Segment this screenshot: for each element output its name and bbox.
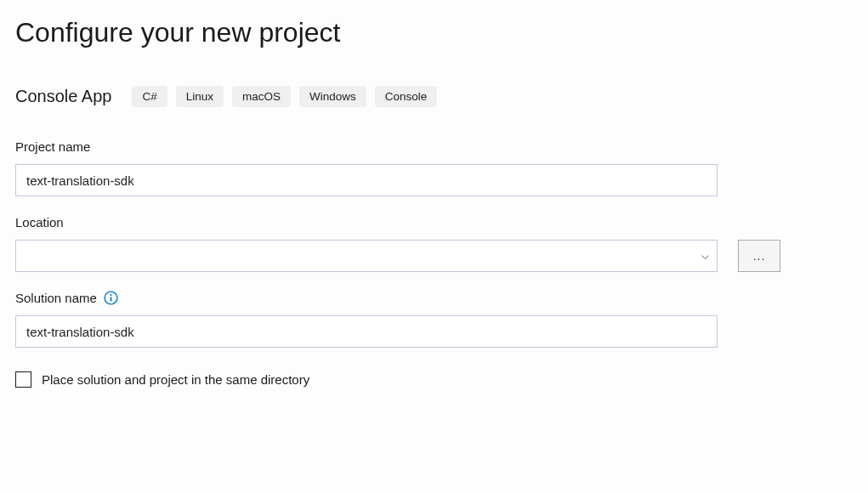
page-title: Configure your new project	[15, 17, 853, 48]
location-combo[interactable]	[15, 240, 718, 272]
template-header: Console App C# Linux macOS Windows Conso…	[15, 86, 853, 107]
location-label: Location	[15, 215, 853, 230]
tag: Console	[375, 86, 438, 107]
project-name-label: Project name	[15, 139, 853, 154]
same-directory-checkbox[interactable]	[15, 371, 31, 388]
solution-name-label-text: Solution name	[15, 291, 97, 305]
location-input[interactable]	[15, 240, 718, 272]
solution-name-input[interactable]	[15, 315, 718, 348]
info-icon[interactable]	[104, 291, 118, 305]
project-name-group: Project name	[15, 139, 853, 196]
solution-name-label: Solution name	[15, 291, 853, 305]
location-group: Location ...	[15, 215, 853, 272]
template-tags: C# Linux macOS Windows Console	[132, 86, 437, 107]
svg-rect-2	[111, 297, 112, 301]
same-directory-row: Place solution and project in the same d…	[15, 371, 853, 388]
tag: C#	[132, 86, 167, 107]
template-name: Console App	[15, 87, 111, 106]
tag: Linux	[176, 86, 224, 107]
browse-button[interactable]: ...	[738, 240, 780, 272]
same-directory-label: Place solution and project in the same d…	[42, 372, 309, 387]
tag: Windows	[299, 86, 366, 107]
solution-name-group: Solution name	[15, 291, 853, 348]
tag: macOS	[232, 86, 291, 107]
project-name-input[interactable]	[15, 164, 718, 196]
svg-point-1	[110, 294, 111, 296]
